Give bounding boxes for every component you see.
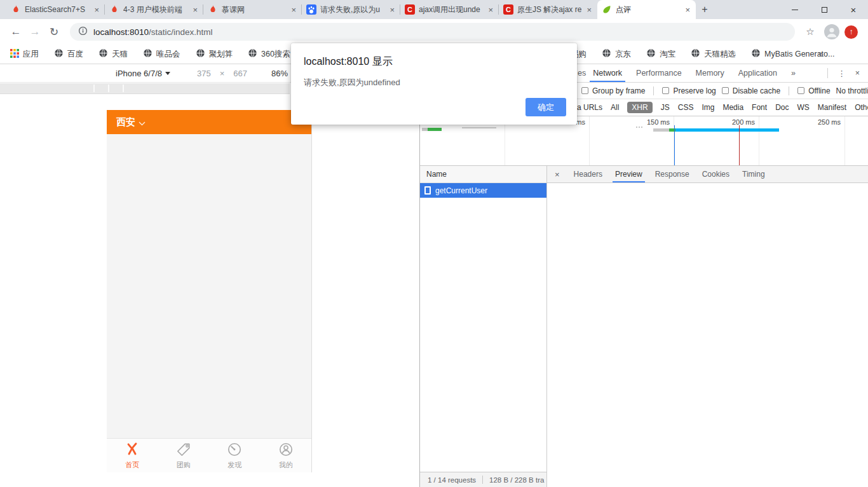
tab-close-icon[interactable]: ×: [585, 5, 593, 15]
browser-tab[interactable]: C ajax调用出现unde ×: [400, 0, 499, 19]
detail-body-empty: [547, 183, 868, 487]
tab-network[interactable]: Network: [586, 64, 629, 82]
option-offline[interactable]: Offline: [797, 86, 830, 95]
option-preserve-log[interactable]: Preserve log: [662, 86, 715, 95]
tab-performance[interactable]: Performance: [629, 64, 689, 82]
chevron-down-icon: [165, 72, 170, 75]
bookmark-label: 天猫: [112, 49, 128, 60]
option-group-by-frame[interactable]: Group by frame: [581, 86, 645, 95]
mobile-tab-label: 发现: [227, 460, 241, 470]
media-query-ruler[interactable]: [0, 83, 290, 94]
request-row-selected[interactable]: getCurrentUser: [420, 183, 546, 198]
browser-tab[interactable]: ElasticSearch7+S ×: [6, 0, 105, 19]
minimize-button[interactable]: [780, 0, 810, 19]
new-tab-button[interactable]: +: [696, 0, 714, 19]
checkbox-icon[interactable]: [662, 87, 669, 94]
filter-img[interactable]: Img: [702, 103, 714, 112]
tab-close-icon[interactable]: ×: [290, 5, 297, 15]
browser-tab[interactable]: 请求失败,原以为u ×: [302, 0, 400, 19]
tab-cookies[interactable]: Cookies: [696, 166, 736, 182]
browser-tab[interactable]: 4-3 用户模块前端 ×: [105, 0, 203, 19]
maximize-button[interactable]: [810, 0, 839, 19]
filter-all[interactable]: All: [611, 103, 619, 112]
tab-close-icon[interactable]: ×: [684, 5, 691, 15]
chrome-update-icon[interactable]: ↑: [844, 25, 858, 39]
waterfall-bar: [653, 128, 669, 132]
checkbox-icon[interactable]: [722, 87, 729, 94]
tab-response[interactable]: Response: [649, 166, 696, 182]
divider: [789, 86, 789, 95]
bookmarks-right-group: 易购 京东 淘宝 天猫精选 MyBatis Generato...: [571, 45, 850, 64]
bookmark-item[interactable]: 京东: [602, 48, 631, 60]
tab-close-icon[interactable]: ×: [191, 5, 199, 15]
tab-close-icon[interactable]: ×: [487, 5, 494, 15]
browser-tab[interactable]: C 原生JS 解决ajax re ×: [499, 0, 597, 19]
filter-other[interactable]: Other: [855, 103, 868, 112]
tab-application[interactable]: Application: [731, 64, 784, 82]
city-selector[interactable]: 西安: [116, 116, 135, 128]
reload-button[interactable]: ↻: [44, 22, 64, 41]
tab-memory[interactable]: Memory: [689, 64, 731, 82]
checkbox-icon[interactable]: [581, 87, 588, 94]
waterfall-bar: [422, 128, 428, 131]
filter-font[interactable]: Font: [752, 103, 767, 112]
back-button[interactable]: ←: [6, 22, 25, 41]
bookmark-item[interactable]: 聚划算: [196, 48, 233, 60]
bookmark-item[interactable]: 360搜索: [248, 48, 290, 60]
bookmark-star-icon[interactable]: ☆: [801, 26, 819, 38]
filter-manifest[interactable]: Manifest: [818, 103, 846, 112]
more-tabs-icon[interactable]: »: [784, 64, 803, 82]
close-detail-icon[interactable]: ×: [555, 170, 560, 179]
tab-close-icon[interactable]: ×: [93, 5, 100, 15]
filter-xhr-active[interactable]: XHR: [627, 102, 652, 113]
address-bar[interactable]: localhost:8010/static/index.html: [70, 23, 795, 41]
option-disable-cache[interactable]: Disable cache: [722, 86, 780, 95]
tab-timing[interactable]: Timing: [736, 166, 771, 182]
apps-shortcut[interactable]: 应用: [10, 49, 39, 60]
kebab-menu-icon[interactable]: ⋮: [837, 69, 846, 78]
mobile-tab-home[interactable]: 首页: [107, 439, 158, 472]
bookmark-item[interactable]: 百度: [54, 48, 83, 60]
mobile-tab-profile[interactable]: 我的: [261, 439, 312, 472]
throttling-selector[interactable]: No throttli: [836, 86, 868, 95]
mobile-tab-discover[interactable]: 发现: [209, 439, 261, 472]
bookmarks-overflow-icon[interactable]: »: [818, 45, 824, 64]
devtools-tab-partial[interactable]: es: [578, 69, 586, 78]
tab-headers[interactable]: Headers: [567, 166, 609, 182]
globe-icon: [196, 48, 205, 60]
url-text: localhost:8010/static/index.html: [93, 27, 213, 37]
requests-count: 1 / 14 requests: [428, 476, 476, 484]
devtools-close-icon[interactable]: ×: [855, 69, 860, 78]
filter-partial-label[interactable]: a URLs: [577, 103, 602, 112]
mobile-tab-deals[interactable]: 团购: [158, 439, 210, 472]
filter-css[interactable]: CSS: [678, 103, 694, 112]
url-host: localhost:8010: [93, 27, 149, 37]
filter-js[interactable]: JS: [661, 103, 670, 112]
device-width[interactable]: 375: [197, 69, 211, 78]
bookmark-item[interactable]: 天猫: [98, 48, 128, 60]
tab-close-icon[interactable]: ×: [388, 5, 396, 15]
filter-media[interactable]: Media: [722, 103, 743, 112]
tab-preview[interactable]: Preview: [609, 166, 649, 182]
browser-tab-active[interactable]: 点评 ×: [597, 0, 696, 19]
bookmark-item[interactable]: 淘宝: [646, 48, 675, 60]
filter-doc[interactable]: Doc: [775, 103, 789, 112]
device-height[interactable]: 667: [233, 69, 247, 78]
zoom-value: 86%: [271, 69, 288, 78]
close-button[interactable]: ×: [839, 0, 868, 19]
globe-icon: [98, 48, 108, 60]
filter-ws[interactable]: WS: [797, 103, 809, 112]
gridline: [844, 116, 845, 165]
bookmark-item[interactable]: 天猫精选: [691, 48, 736, 60]
info-icon[interactable]: [78, 26, 88, 38]
forward-button[interactable]: →: [25, 22, 44, 41]
bookmark-item[interactable]: 唯品会: [143, 48, 180, 60]
device-selector[interactable]: iPhone 6/7/8: [116, 69, 170, 78]
checkbox-icon[interactable]: [797, 87, 804, 94]
globe-icon: [143, 48, 153, 60]
column-header-name[interactable]: Name: [420, 166, 546, 183]
profile-avatar[interactable]: [824, 24, 839, 39]
gridline: [759, 116, 759, 165]
dialog-ok-button[interactable]: 确定: [526, 98, 566, 116]
browser-tab[interactable]: 慕课网 ×: [203, 0, 302, 19]
